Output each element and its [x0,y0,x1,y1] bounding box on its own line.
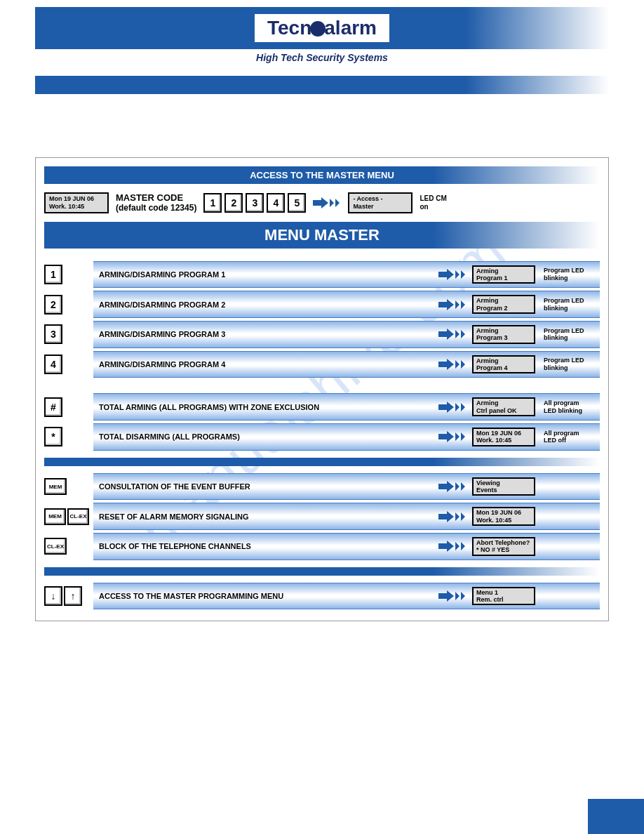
menu-row: CL-EXBLOCK OF THE TELEPHONE CHANNELSAbor… [44,533,600,560]
brand-name-left: Tecn [267,17,311,39]
row-key-col: MEM [44,473,89,501]
row-key[interactable]: 4 [44,355,62,374]
arrow-right-icon [438,539,467,553]
row-label: ACCESS TO THE MASTER PROGRAMMING MENU [99,592,433,600]
brand-name-right: alarm [324,17,377,39]
row-status: Program LEDblinking [541,267,594,282]
row-key[interactable]: ↓ [44,586,62,606]
lcd-line2: Master [353,203,408,211]
arrow-right-icon [438,400,467,414]
row-lcd: Menu 1Rem. ctrl [472,587,535,606]
brand-logo: Tecnalarm [267,17,377,39]
code-key-2[interactable]: 2 [224,193,243,213]
row-key-col: 2 [44,291,89,318]
arrow-right-icon [438,589,467,603]
row-key[interactable]: ↑ [64,586,82,606]
row-key-col: * [44,423,89,451]
access-title: ACCESS TO THE MASTER MENU [44,166,600,184]
row-lcd: Abort Telephone?* NO # YES [472,537,535,556]
row-strip: RESET OF ALARM MEMORY SIGNALINGMon 19 JU… [93,503,600,530]
row-key[interactable]: 2 [44,295,62,315]
arrow-right-icon [438,327,467,341]
row-strip: BLOCK OF THE TELEPHONE CHANNELSAbort Tel… [93,533,600,560]
row-lcd: Mon 19 JUN 06Work. 10:45 [472,507,535,526]
menu-row: 1ARMING/DISARMING PROGRAM 1ArmingProgram… [44,261,600,289]
row-key-col: # [44,393,89,421]
row-key[interactable]: MEM [44,478,67,495]
master-code-block: MASTER CODE (default code 12345) [116,192,196,213]
row-key[interactable]: 1 [44,265,62,284]
code-key-group: 1 2 3 4 5 [203,193,306,213]
arrow-right-icon [438,479,467,494]
row-key[interactable]: MEM [44,508,66,525]
code-key-4[interactable]: 4 [267,193,285,213]
row-label: RESET OF ALARM MEMORY SIGNALING [99,512,433,521]
row-label: TOTAL DISARMING (ALL PROGRAMS) [99,432,433,441]
menu-row: ↓↑ACCESS TO THE MASTER PROGRAMMING MENUM… [44,583,600,610]
row-lcd: ArmingCtrl panel OK [472,397,535,416]
menu-row: 2ARMING/DISARMING PROGRAM 2ArmingProgram… [44,291,600,318]
brand-globe-icon [310,21,326,37]
row-lcd: ViewingEvents [472,477,535,496]
code-key-3[interactable]: 3 [246,193,264,213]
menu-row: #TOTAL ARMING (ALL PROGRAMS) WITH ZONE E… [44,393,600,421]
lcd-line2: Work. 10:45 [49,203,104,211]
row-lcd: ArmingProgram 1 [472,265,535,284]
code-key-1[interactable]: 1 [203,193,222,213]
arrow-right-icon [438,357,467,371]
row-key-col: 3 [44,321,89,348]
row-key-col: MEMCL-EX [44,503,89,530]
row-strip: ARMING/DISARMING PROGRAM 1ArmingProgram … [93,261,600,289]
brand-header: Tecnalarm [35,7,609,49]
row-key[interactable]: * [44,427,62,446]
row-key-col: 1 [44,261,89,289]
row-key[interactable]: CL-EX [67,508,89,525]
row-status: All programLED blinking [541,399,594,415]
menu-row: *TOTAL DISARMING (ALL PROGRAMS)Mon 19 JU… [44,423,600,451]
row-lcd: ArmingProgram 4 [472,355,535,374]
arrow-right-icon [438,430,467,444]
row-label: BLOCK OF THE TELEPHONE CHANNELS [99,542,433,550]
brand-tagline: High Tech Security Systems [0,52,644,63]
section-divider [44,567,600,576]
row-status: Program LEDblinking [541,327,594,343]
row-strip: TOTAL DISARMING (ALL PROGRAMS)Mon 19 JUN… [93,423,600,451]
menu-row: 4ARMING/DISARMING PROGRAM 4ArmingProgram… [44,351,600,378]
menu-row: 3ARMING/DISARMING PROGRAM 3ArmingProgram… [44,321,600,348]
access-initial-lcd: Mon 19 JUN 06 Work. 10:45 [44,192,109,213]
row-key-col: ↓↑ [44,583,89,610]
row-key[interactable]: 3 [44,324,62,344]
master-code-sub: (default code 12345) [116,203,196,213]
row-label: TOTAL ARMING (ALL PROGRAMS) WITH ZONE EX… [99,403,433,411]
row-status: All programLED off [541,430,594,445]
row-status: Program LEDblinking [541,357,594,372]
row-key[interactable]: CL-EX [44,538,67,555]
access-row: Mon 19 JUN 06 Work. 10:45 MASTER CODE (d… [44,192,600,213]
arrow-right-icon [438,298,467,312]
row-lcd: ArmingProgram 2 [472,295,535,314]
row-strip: ARMING/DISARMING PROGRAM 3ArmingProgram … [93,321,600,348]
secondary-bar [35,76,609,94]
row-strip: ACCESS TO THE MASTER PROGRAMMING MENUMen… [93,583,600,610]
row-strip: TOTAL ARMING (ALL PROGRAMS) WITH ZONE EX… [93,393,600,421]
row-label: ARMING/DISARMING PROGRAM 3 [99,330,433,338]
lcd-line1: Mon 19 JUN 06 [49,195,104,203]
menu-row: MEMCL-EXRESET OF ALARM MEMORY SIGNALINGM… [44,503,600,530]
menu-master-title: MENU MASTER [44,222,600,249]
row-lcd: Mon 19 JUN 06Work. 10:45 [472,428,535,446]
row-status: Program LEDblinking [541,297,594,312]
access-status: LED CM on [420,194,446,211]
row-label: ARMING/DISARMING PROGRAM 4 [99,360,433,369]
row-label: CONSULTATION OF THE EVENT BUFFER [99,482,433,491]
access-result-lcd: - Access - Master [348,192,412,213]
row-lcd: ArmingProgram 3 [472,325,535,344]
row-strip: ARMING/DISARMING PROGRAM 4ArmingProgram … [93,351,600,378]
row-label: ARMING/DISARMING PROGRAM 1 [99,270,433,279]
row-key-col: 4 [44,351,89,378]
row-key[interactable]: # [44,397,62,417]
section-divider [44,458,600,466]
row-strip: ARMING/DISARMING PROGRAM 2ArmingProgram … [93,291,600,318]
arrow-right-icon [438,267,467,282]
lcd-line1: - Access - [353,195,408,203]
code-key-5[interactable]: 5 [288,193,306,213]
